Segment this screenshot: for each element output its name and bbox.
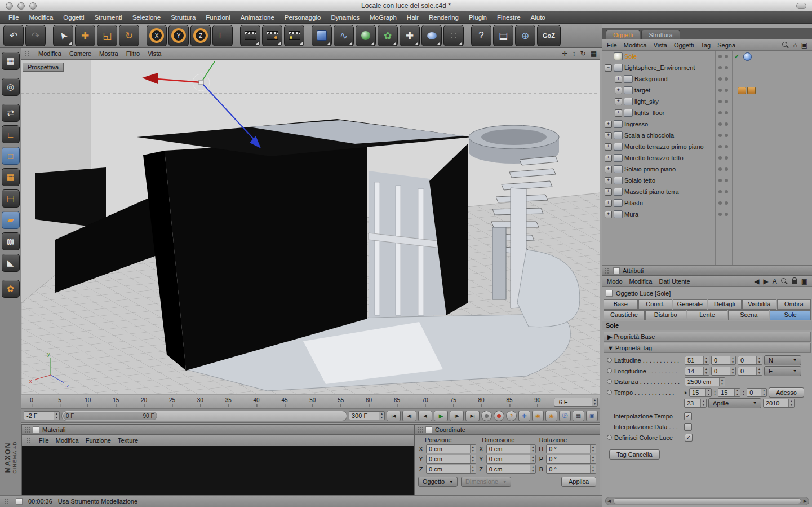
timeline-ruler[interactable]: 0 5 10 15 20 25 30 35 40 45 50 55 60 65 … bbox=[21, 395, 600, 409]
attr-menu-modo[interactable]: Modo bbox=[607, 278, 623, 285]
redo-button[interactable]: ↷ bbox=[25, 25, 46, 46]
expand-icon[interactable]: + bbox=[605, 132, 612, 139]
om-menu-segna[interactable]: Segna bbox=[717, 42, 735, 49]
object-row-massetti[interactable]: + Massetti piano terra bbox=[602, 186, 812, 197]
menu-item-struttura[interactable]: Struttura bbox=[166, 11, 201, 24]
apply-button[interactable]: Applica bbox=[561, 477, 596, 487]
add-modeling-object-button[interactable]: ✿ bbox=[378, 25, 398, 46]
latitudine-hemisphere-dropdown[interactable]: N▼ bbox=[764, 355, 801, 365]
attributes-grip[interactable] bbox=[605, 267, 610, 274]
attributes-header[interactable]: Attributi bbox=[602, 266, 812, 276]
tab-struttura[interactable]: Struttura bbox=[641, 30, 680, 39]
om-menu-file[interactable]: File bbox=[607, 42, 617, 49]
tab-lente[interactable]: Lente bbox=[687, 310, 728, 320]
add-generator-button[interactable] bbox=[356, 25, 376, 46]
collapse-icon[interactable]: − bbox=[605, 64, 612, 72]
object-row-sole[interactable]: Sole ✓ bbox=[602, 51, 812, 62]
object-row-muretto-tetto[interactable]: + Muretto terrazzo tetto bbox=[602, 152, 812, 164]
materials-list-area[interactable] bbox=[22, 446, 414, 495]
sort-a-icon[interactable]: A bbox=[773, 277, 777, 285]
interpolazione-data-checkbox[interactable] bbox=[684, 423, 692, 431]
coordinates-grip[interactable] bbox=[417, 426, 423, 433]
rotate-view-icon[interactable]: ↻ bbox=[580, 50, 586, 58]
materials-header[interactable]: Materiali bbox=[22, 425, 414, 435]
menu-item-dynamics[interactable]: Dynamics bbox=[326, 11, 364, 24]
keyframe-dot[interactable] bbox=[607, 368, 612, 373]
position-x-field[interactable]: 0 cm▲▼ bbox=[426, 444, 476, 453]
tab-ombra[interactable]: Ombra bbox=[777, 299, 811, 310]
viewport-3d-canvas[interactable]: x y z Prospettiva bbox=[21, 60, 600, 394]
visibility-dots[interactable] bbox=[718, 100, 728, 103]
rotation-h-field[interactable]: 0 °▲▼ bbox=[546, 444, 596, 453]
distanza-field[interactable]: 2500 cm▲▼ bbox=[685, 377, 725, 386]
coordinates-header[interactable]: Coordinate bbox=[415, 425, 600, 435]
viewport-menu-vista[interactable]: Vista bbox=[148, 50, 161, 57]
om-menu-oggetti[interactable]: Oggetti bbox=[674, 42, 694, 49]
visibility-dots[interactable] bbox=[718, 145, 728, 148]
viewport-menu-camere[interactable]: Camere bbox=[69, 50, 91, 57]
group-proprieta-base[interactable]: ▶ Proprietà Base bbox=[604, 332, 811, 342]
materials-menu-texture[interactable]: Texture bbox=[118, 437, 138, 444]
frame-offset-field[interactable]: -6 F▲▼ bbox=[554, 398, 598, 407]
object-row-target[interactable]: + target bbox=[602, 85, 812, 96]
next-key-button[interactable]: |▶ bbox=[450, 411, 464, 421]
workplane-button[interactable]: ◣ bbox=[2, 254, 20, 272]
tab-visibilita[interactable]: Visibilità bbox=[742, 299, 776, 310]
new-panel-icon[interactable]: ▣ bbox=[801, 277, 807, 285]
visibility-dots[interactable] bbox=[718, 190, 728, 193]
menu-item-personaggio[interactable]: Personaggio bbox=[279, 11, 326, 24]
size-z-field[interactable]: 0 cm▲▼ bbox=[486, 465, 536, 474]
zoom-view-icon[interactable]: ↕ bbox=[573, 50, 576, 58]
position-z-field[interactable]: 0 cm▲▼ bbox=[426, 465, 476, 474]
tab-base[interactable]: Base bbox=[604, 299, 638, 310]
object-row-mura[interactable]: + Mura bbox=[602, 209, 812, 220]
expand-icon[interactable]: + bbox=[605, 188, 612, 196]
current-frame-field[interactable]: -2 F▲▼ bbox=[24, 411, 60, 420]
panel-options-icon[interactable]: ▣ bbox=[801, 41, 807, 49]
longitudine-sec-field[interactable]: 0▲▼ bbox=[738, 367, 762, 376]
size-mode-dropdown[interactable]: Dimensione▼ bbox=[461, 477, 511, 487]
om-menu-modifica[interactable]: Modifica bbox=[624, 42, 647, 49]
search-icon[interactable] bbox=[782, 42, 789, 49]
points-mode-button[interactable]: □ bbox=[2, 147, 20, 165]
record-options-button[interactable]: ? bbox=[506, 411, 517, 421]
split-view-icon[interactable]: ▦ bbox=[591, 50, 597, 58]
expand-icon[interactable]: + bbox=[605, 200, 612, 207]
mese-dropdown[interactable]: Aprile▼ bbox=[708, 398, 761, 408]
goto-end-button[interactable]: ▶| bbox=[465, 411, 480, 421]
record-button[interactable] bbox=[494, 411, 504, 421]
record-keyframe-button[interactable] bbox=[481, 411, 492, 421]
preview-range-inner[interactable]: 0 F 90 F bbox=[63, 412, 157, 420]
record-rotation-button[interactable]: ◉ bbox=[545, 411, 557, 421]
tab-generale[interactable]: Generale bbox=[673, 299, 707, 310]
visibility-dots[interactable] bbox=[718, 122, 728, 126]
longitudine-min-field[interactable]: 0▲▼ bbox=[711, 367, 736, 376]
online-button[interactable]: ⊕ bbox=[515, 25, 535, 46]
uvw-mode-button[interactable]: ▩ bbox=[2, 232, 20, 250]
menu-item-file[interactable]: File bbox=[3, 11, 24, 24]
commander-button[interactable]: ▤ bbox=[493, 25, 513, 46]
menu-item-animazione[interactable]: Animazione bbox=[236, 11, 279, 24]
lock-icon[interactable] bbox=[792, 277, 797, 285]
viewport-layout-button[interactable]: ▦ bbox=[2, 52, 20, 70]
keyframe-dot[interactable] bbox=[607, 379, 612, 384]
goto-start-button[interactable]: |◀ bbox=[387, 411, 401, 421]
play-backward-button[interactable]: ◀ bbox=[418, 411, 432, 421]
latitudine-sec-field[interactable]: 0▲▼ bbox=[738, 356, 762, 365]
camera-record-button[interactable]: ▣ bbox=[586, 411, 598, 421]
menu-item-finestre[interactable]: Finestre bbox=[492, 11, 526, 24]
materials-menu-grip[interactable] bbox=[26, 437, 32, 444]
toolbar-toggle-button[interactable] bbox=[796, 3, 806, 9]
group-proprieta-tag[interactable]: ▼ Proprietà Tag bbox=[604, 343, 811, 353]
preview-range-slider[interactable]: 0 F 90 F bbox=[61, 411, 347, 421]
render-view-button[interactable] bbox=[240, 25, 260, 46]
viewport-menu-mostra[interactable]: Mostra bbox=[99, 50, 118, 57]
lock-x-button[interactable]: X bbox=[147, 25, 167, 46]
longitudine-hemisphere-dropdown[interactable]: E▼ bbox=[764, 366, 801, 376]
keyframe-dot[interactable] bbox=[607, 358, 612, 363]
materials-menu-file[interactable]: File bbox=[39, 437, 49, 444]
add-deformer-button[interactable]: ✚ bbox=[400, 25, 420, 46]
goz-button[interactable]: GoZ bbox=[537, 25, 561, 46]
longitudine-deg-field[interactable]: 14▲▼ bbox=[685, 367, 709, 376]
coordinate-system-button[interactable]: ∟ bbox=[212, 25, 233, 46]
